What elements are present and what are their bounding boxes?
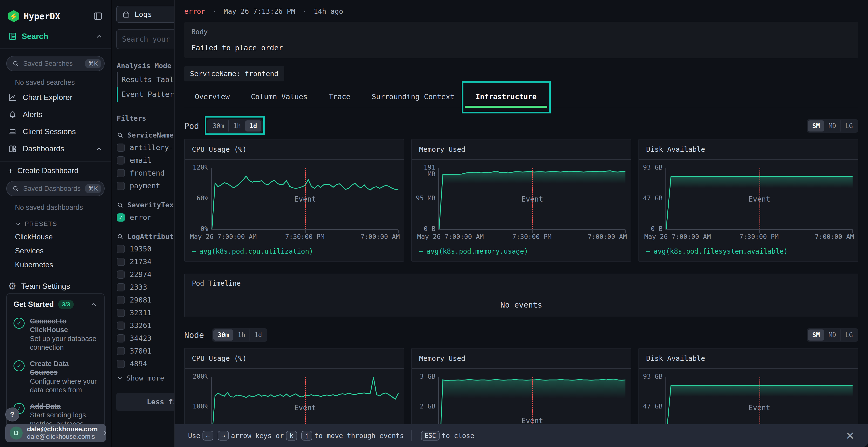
help-button[interactable]: ? (5, 408, 19, 421)
pod-chart-memory-used: Memory Used191 MB95 MB0 B EventMay 26 7:… (411, 139, 631, 262)
tab-overview[interactable]: Overview (184, 88, 240, 108)
chart-plot[interactable]: Event (665, 168, 852, 230)
node-size-md[interactable]: MD (824, 330, 840, 341)
presets-section-toggle[interactable]: PRESETS (6, 214, 105, 230)
tab-surrounding-context[interactable]: Surrounding Context (361, 88, 465, 108)
sidebar-item-chart-explorer[interactable]: Chart Explorer (6, 89, 105, 106)
filter-option-label: email (130, 156, 151, 165)
checkbox-icon[interactable] (117, 309, 125, 317)
j-key: j (301, 431, 312, 441)
sidebar-item-dashboards[interactable]: Dashboards (6, 140, 105, 157)
pod-size-md[interactable]: MD (824, 121, 840, 132)
checkbox-icon[interactable] (117, 283, 125, 291)
filter-option-label: 22974 (130, 270, 151, 279)
checkbox-icon[interactable] (117, 258, 125, 266)
chevron-up-icon[interactable] (90, 301, 97, 308)
nav-label: Client Sessions (23, 127, 76, 136)
chevron-down-icon (117, 375, 123, 381)
search-icon (117, 233, 123, 240)
filter-option-label: error (130, 213, 151, 221)
pod-title: Pod (184, 121, 199, 131)
chart-plot[interactable]: Event (438, 168, 625, 230)
x-axis: May 26 7:00:00 AM7:30:00 PM7:00:00 AM (665, 233, 852, 244)
chart-plot[interactable]: Event (211, 168, 398, 230)
y-axis-tick: 0 B (641, 226, 662, 232)
esc-key: ESC (421, 431, 439, 441)
dashboard-grid-icon (8, 144, 17, 153)
check-circle-icon: ✓ (13, 360, 25, 371)
user-team: dale@clickhouse.com's (27, 433, 95, 440)
node-range-30m[interactable]: 30m (213, 330, 234, 341)
node-section-header: Node 30m 1h 1d SM MD LG (184, 328, 858, 342)
get-started-item[interactable]: ✓ Create Data Sources Configure where yo… (13, 359, 97, 394)
checkbox-icon[interactable] (117, 156, 125, 165)
pod-range-1d[interactable]: 1d (245, 121, 261, 132)
checkbox-icon[interactable] (117, 169, 125, 177)
checkbox-icon[interactable] (117, 296, 125, 304)
x-axis-tick: May 26 7:00:00 AM (190, 233, 256, 240)
separator: · (210, 7, 219, 15)
sidebar-item-team-settings[interactable]: ⚙ Team Settings (6, 272, 105, 293)
node-size-lg[interactable]: LG (840, 330, 857, 341)
footer-text: arrow keys or (231, 432, 284, 440)
saved-dashboards-input[interactable]: Saved Dashboards ⌘K (6, 181, 105, 196)
pod-range-30m[interactable]: 30m (208, 121, 228, 132)
pod-size-lg[interactable]: LG (840, 121, 857, 132)
checkbox-icon[interactable] (117, 143, 125, 152)
pod-range-1h[interactable]: 1h (228, 121, 245, 132)
node-range-1h[interactable]: 1h (234, 330, 250, 341)
checkbox-icon[interactable] (117, 245, 125, 253)
y-axis-tick: 100% (186, 403, 208, 410)
sidebar-item-label: Search (22, 32, 48, 41)
checkbox-icon[interactable] (117, 271, 125, 279)
preset-item-kubernetes[interactable]: Kubernetes (6, 258, 105, 272)
preset-item-clickhouse[interactable]: ClickHouse (6, 230, 105, 244)
source-label: Logs (134, 10, 152, 19)
create-dashboard-button[interactable]: + Create Dashboard (6, 165, 105, 181)
search-icon (12, 60, 19, 67)
checkbox-checked-icon[interactable] (117, 213, 125, 221)
sidebar-item-alerts[interactable]: Alerts (6, 106, 105, 123)
checkbox-icon[interactable] (117, 321, 125, 330)
chart-legend: —avg(k8s.pod.cpu.utilization) (185, 244, 404, 261)
legend-label: avg(k8s.pod.memory.usage) (427, 247, 528, 255)
sidebar-item-client-sessions[interactable]: Client Sessions (6, 123, 105, 140)
filter-option-label: 37801 (130, 347, 151, 355)
sidebar-collapse-icon[interactable] (93, 11, 103, 21)
y-axis-tick: 47 GB (641, 403, 662, 410)
service-name-tag[interactable]: ServiceName: frontend (184, 66, 284, 81)
no-saved-dashboards-text: No saved dashboards (6, 196, 105, 214)
filter-option-label: 21734 (130, 257, 151, 266)
y-axis-tick: 93 GB (641, 164, 662, 171)
close-icon[interactable]: ✕ (845, 429, 855, 442)
chart-body: 191 MB95 MB0 B Event (412, 160, 631, 230)
preset-item-services[interactable]: Services (6, 244, 105, 258)
y-axis-tick: 0% (186, 226, 208, 232)
task-title: Add Data (30, 403, 61, 410)
event-marker-label: Event (294, 403, 316, 412)
shortcut-badge: ⌘K (85, 59, 101, 68)
node-range-1d[interactable]: 1d (250, 330, 266, 341)
pod-size-sm[interactable]: SM (808, 121, 824, 132)
node-size-sm[interactable]: SM (808, 330, 824, 341)
search-icon (117, 132, 123, 138)
checkbox-icon[interactable] (117, 347, 125, 355)
user-menu[interactable]: D dale@clickhouse.com dale@clickhouse.co… (5, 424, 106, 442)
get-started-item[interactable]: ✓ Connect to ClickHouse Set up your data… (13, 317, 97, 352)
pod-time-range-control: 30m 1h 1d (207, 119, 262, 133)
tab-trace[interactable]: Trace (318, 88, 361, 108)
x-axis: May 26 7:00:00 AM7:30:00 PM7:00:00 AM (438, 233, 625, 244)
tab-infrastructure[interactable]: Infrastructure (465, 88, 547, 108)
tab-column-values[interactable]: Column Values (240, 88, 318, 108)
checkbox-icon[interactable] (117, 360, 125, 368)
body-label: Body (191, 28, 851, 36)
sidebar-item-search[interactable]: Search (0, 29, 111, 49)
chevron-right-icon (102, 429, 109, 437)
saved-searches-input[interactable]: Saved Searches ⌘K (6, 56, 105, 71)
checkbox-icon[interactable] (117, 182, 125, 190)
filter-option-label: 29081 (130, 296, 151, 304)
search-icon (12, 185, 19, 192)
legend-label: avg(k8s.pod.cpu.utilization) (199, 247, 313, 255)
checkbox-icon[interactable] (117, 334, 125, 342)
x-axis-tick: 7:00:00 AM (361, 233, 400, 240)
